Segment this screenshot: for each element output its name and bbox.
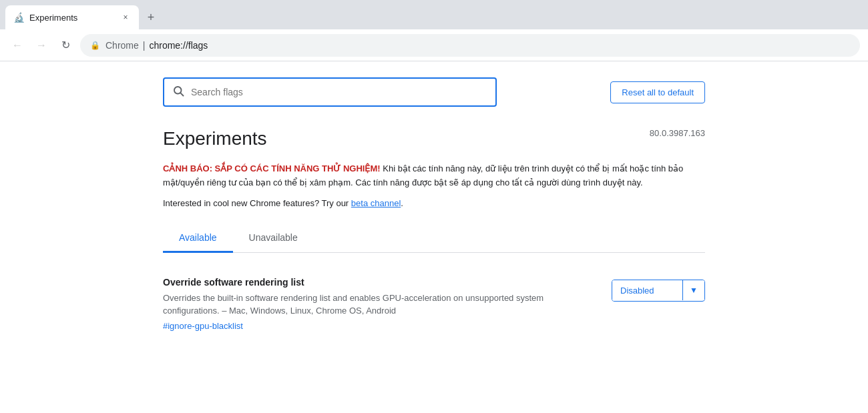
interest-text: Interested in cool new Chrome features? … <box>163 198 705 208</box>
tab-favicon: 🔬 <box>13 12 24 23</box>
tab-bar: 🔬 Experiments × + <box>0 0 868 29</box>
tab-close-button[interactable]: × <box>120 12 131 23</box>
flag-control[interactable]: Default Enabled Disabled ▼ <box>612 280 705 302</box>
tab-available[interactable]: Available <box>163 224 233 253</box>
omnibox-text: Chrome | chrome://flags <box>105 40 208 51</box>
omnibox[interactable]: 🔒 Chrome | chrome://flags <box>80 34 860 57</box>
flag-item: Override software rendering list Overrid… <box>163 266 705 342</box>
flag-select-wrapper[interactable]: Default Enabled Disabled ▼ <box>612 280 705 302</box>
flag-list: Override software rendering list Overrid… <box>163 253 705 342</box>
security-icon: 🔒 <box>90 41 100 50</box>
search-container: Reset all to default <box>163 75 705 107</box>
flag-name: Override software rendering list <box>163 277 596 288</box>
svg-line-1 <box>180 93 183 95</box>
flag-info: Override software rendering list Overrid… <box>163 277 596 331</box>
reset-all-button[interactable]: Reset all to default <box>610 81 705 103</box>
flag-tabs: Available Unavailable <box>163 224 705 253</box>
omnibox-divider: | <box>143 40 146 51</box>
forward-button[interactable]: → <box>32 36 51 55</box>
page-content: Reset all to default Experiments 80.0.39… <box>0 61 868 413</box>
back-button[interactable]: ← <box>8 36 27 55</box>
search-box[interactable] <box>163 77 497 107</box>
browser-window: 🔬 Experiments × + ← → ↻ 🔒 Chrome | chrom… <box>0 0 868 413</box>
flag-select-input[interactable]: Default Enabled Disabled <box>612 280 682 301</box>
tab-title: Experiments <box>29 13 115 23</box>
new-tab-button[interactable]: + <box>142 8 160 27</box>
reload-button[interactable]: ↻ <box>56 36 75 55</box>
tab-unavailable[interactable]: Unavailable <box>233 224 314 253</box>
omnibox-url: chrome://flags <box>149 40 208 51</box>
search-icon <box>172 85 184 100</box>
flags-page: Reset all to default Experiments 80.0.39… <box>147 61 721 355</box>
search-input[interactable] <box>191 87 487 97</box>
select-arrow-icon: ▼ <box>682 280 704 300</box>
beta-channel-link[interactable]: beta channel <box>351 198 401 208</box>
omnibox-site: Chrome <box>105 40 139 51</box>
warning-box: CẢNH BÁO: SẮP CÓ CÁC TÍNH NĂNG THỬ NGHIỆ… <box>163 162 705 208</box>
flag-description: Overrides the built-in software renderin… <box>163 292 596 318</box>
warning-text: CẢNH BÁO: SẮP CÓ CÁC TÍNH NĂNG THỬ NGHIỆ… <box>163 162 705 190</box>
warning-label: CẢNH BÁO: SẮP CÓ CÁC TÍNH NĂNG THỬ NGHIỆ… <box>163 163 381 173</box>
interest-prefix: Interested in cool new Chrome features? … <box>163 198 351 208</box>
address-bar: ← → ↻ 🔒 Chrome | chrome://flags <box>0 29 868 61</box>
flag-anchor-link[interactable]: #ignore-gpu-blacklist <box>163 321 243 331</box>
interest-suffix: . <box>401 198 403 208</box>
active-tab[interactable]: 🔬 Experiments × <box>5 5 139 29</box>
